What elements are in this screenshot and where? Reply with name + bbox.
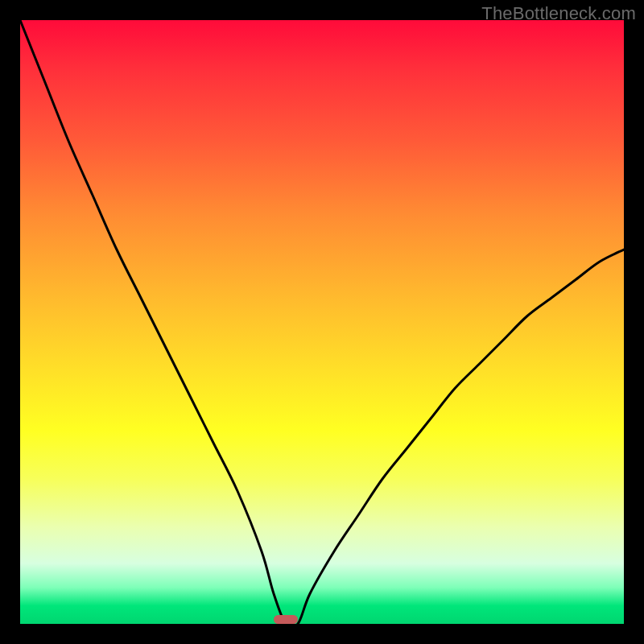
chart-frame: TheBottleneck.com [0, 0, 644, 644]
bottleneck-curve [20, 20, 624, 624]
watermark-text: TheBottleneck.com [481, 3, 636, 24]
plot-area [20, 20, 624, 624]
minimum-marker [274, 615, 298, 624]
